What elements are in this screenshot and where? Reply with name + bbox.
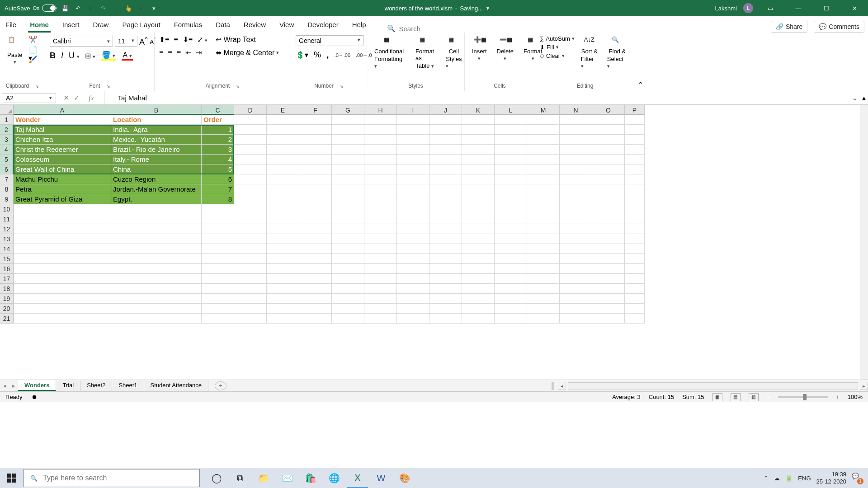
cell-K17[interactable] [462,274,495,284]
row-header-1[interactable]: 1 [0,115,14,125]
cell-M9[interactable] [527,194,560,204]
cell-F11[interactable] [299,214,332,224]
cell-B1[interactable]: Location [111,115,202,125]
cell-D14[interactable] [234,244,267,254]
cell-M2[interactable] [527,125,560,135]
cell-N18[interactable] [560,284,592,294]
cell-K8[interactable] [462,184,495,194]
cell-J8[interactable] [429,184,462,194]
sheet-tab-sheet2[interactable]: Sheet2 [80,380,112,391]
name-box[interactable]: A2▾ [2,93,56,103]
cell-A5[interactable]: Colosseum [14,155,111,164]
cell-F13[interactable] [299,234,332,244]
task-view-icon[interactable]: ⧉ [230,468,250,488]
row-header-3[interactable]: 3 [0,135,14,145]
cell-J13[interactable] [429,234,462,244]
col-header-N[interactable]: N [560,105,592,115]
cell-J16[interactable] [429,264,462,274]
fill-button[interactable]: ⬇Fill▾ [540,44,575,51]
cell-E12[interactable] [267,224,299,234]
cell-K9[interactable] [462,194,495,204]
cell-G3[interactable] [332,135,364,145]
cell-N2[interactable] [560,125,592,135]
cortana-icon[interactable]: ◯ [206,468,227,488]
edge-icon[interactable]: 🌐 [324,468,344,488]
cell-A6[interactable]: Great Wall of China [14,164,111,174]
cell-D2[interactable] [234,125,267,135]
fill-color-button[interactable]: 🪣 ▾ [101,51,116,61]
cell-K16[interactable] [462,264,495,274]
cell-E8[interactable] [267,184,299,194]
cell-I17[interactable] [397,274,429,284]
cell-C12[interactable] [202,224,234,234]
share-button[interactable]: 🔗Share [771,21,807,33]
cell-J1[interactable] [429,115,462,125]
cell-A2[interactable]: Taj Mahal [14,125,111,135]
cell-A11[interactable] [14,214,111,224]
cell-E20[interactable] [267,304,299,314]
cell-B15[interactable] [111,254,202,264]
cell-D11[interactable] [234,214,267,224]
cell-O15[interactable] [592,254,625,264]
cell-J6[interactable] [429,164,462,174]
touch-mode-icon[interactable]: 👆 [124,4,132,12]
cell-D12[interactable] [234,224,267,234]
cell-P10[interactable] [625,204,645,214]
cell-L9[interactable] [495,194,527,204]
cell-K5[interactable] [462,155,495,164]
cell-F7[interactable] [299,174,332,184]
cell-N7[interactable] [560,174,592,184]
cell-K10[interactable] [462,204,495,214]
autosave-toggle[interactable]: AutoSave On [5,5,57,12]
tell-me-search[interactable]: 🔍 [387,24,453,33]
cell-L5[interactable] [495,155,527,164]
conditional-formatting-button[interactable]: ▦ Conditional Formatting ▾ [372,35,406,70]
paste-button[interactable]: 📋 Paste ▾ [5,35,25,66]
cell-E17[interactable] [267,274,299,284]
row-header-4[interactable]: 4 [0,145,14,155]
cell-A20[interactable] [14,304,111,314]
row-header-6[interactable]: 6 [0,164,14,174]
cell-K3[interactable] [462,135,495,145]
battery-icon[interactable]: 🔋 [785,475,793,482]
cell-I3[interactable] [397,135,429,145]
cell-E6[interactable] [267,164,299,174]
tab-insert[interactable]: Insert [61,18,81,33]
expand-formula-bar-icon[interactable]: ⌄ [849,94,860,102]
cell-G9[interactable] [332,194,364,204]
row-header-10[interactable]: 10 [0,204,14,214]
cell-H7[interactable] [364,174,397,184]
cell-O17[interactable] [592,274,625,284]
cell-D19[interactable] [234,294,267,304]
tab-data[interactable]: Data [214,18,232,33]
cell-O2[interactable] [592,125,625,135]
cell-F16[interactable] [299,264,332,274]
cell-E14[interactable] [267,244,299,254]
cell-L1[interactable] [495,115,527,125]
cell-D4[interactable] [234,145,267,155]
cell-G1[interactable] [332,115,364,125]
cell-F1[interactable] [299,115,332,125]
cell-L8[interactable] [495,184,527,194]
row-header-21[interactable]: 21 [0,314,14,324]
cell-I11[interactable] [397,214,429,224]
cell-B12[interactable] [111,224,202,234]
cell-G7[interactable] [332,174,364,184]
cell-A4[interactable]: Christ the Redeemer [14,145,111,155]
number-format-combo[interactable]: General▾ [296,35,363,46]
cell-J10[interactable] [429,204,462,214]
cell-O1[interactable] [592,115,625,125]
cell-H20[interactable] [364,304,397,314]
cell-N21[interactable] [560,314,592,324]
cell-E4[interactable] [267,145,299,155]
cell-O3[interactable] [592,135,625,145]
cell-K11[interactable] [462,214,495,224]
cell-H8[interactable] [364,184,397,194]
cell-O9[interactable] [592,194,625,204]
cell-M3[interactable] [527,135,560,145]
find-select-button[interactable]: 🔍Find &Select ▾ [604,35,630,70]
cell-A17[interactable] [14,274,111,284]
cell-O16[interactable] [592,264,625,274]
cell-F3[interactable] [299,135,332,145]
cell-C7[interactable]: 6 [202,174,234,184]
